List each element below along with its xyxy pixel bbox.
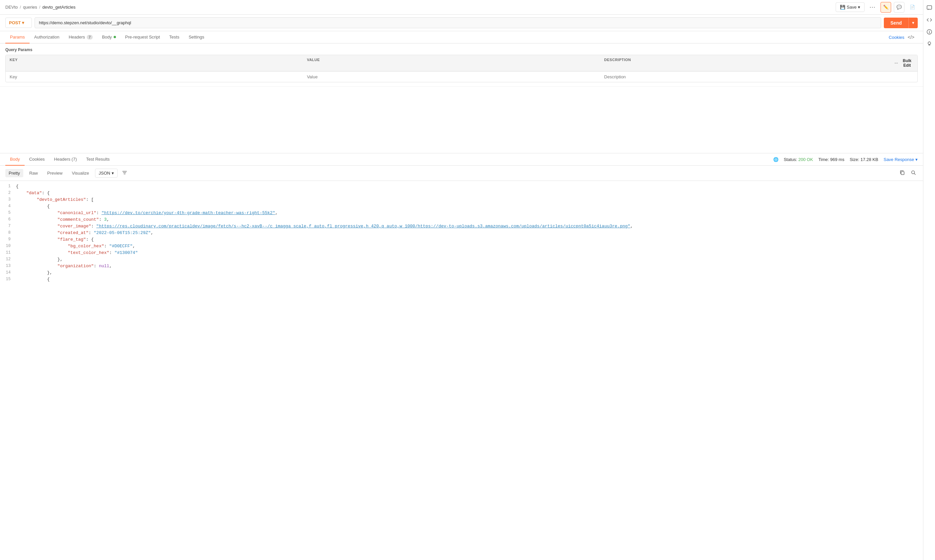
- sidebar-info-icon[interactable]: [924, 26, 935, 37]
- json-line-8: 8 "created_at": "2022-05-06T15:25:29Z",: [0, 230, 923, 237]
- breadcrumb-sep1: /: [20, 5, 21, 10]
- sidebar-code-icon[interactable]: [924, 15, 935, 25]
- comment-icon-button[interactable]: 💬: [894, 2, 904, 12]
- response-tab-cookies[interactable]: Cookies: [25, 153, 49, 166]
- value-input[interactable]: [307, 74, 596, 79]
- svg-rect-2: [927, 6, 932, 9]
- save-button[interactable]: 💾 Save ▾: [836, 2, 864, 12]
- key-column-header: KEY: [6, 55, 303, 71]
- json-line-1: 1 {: [0, 183, 923, 190]
- breadcrumb-current: devto_getArticles: [42, 5, 76, 10]
- headers-badge: 7: [87, 35, 93, 40]
- json-line-14: 14 },: [0, 270, 923, 277]
- desc-cell: [600, 72, 898, 82]
- key-input[interactable]: [10, 74, 299, 79]
- actions-column: ··· Bulk Edit: [898, 55, 917, 71]
- json-line-13: 13 "organization": null,: [0, 263, 923, 270]
- params-empty-row: [6, 71, 917, 82]
- status-label: Status: 200 OK: [784, 157, 813, 162]
- save-icon: 💾: [840, 5, 845, 10]
- params-section: Query Params KEY VALUE DESCRIPTION ··· B…: [0, 43, 923, 87]
- response-tab-test-results[interactable]: Test Results: [82, 153, 114, 166]
- cookies-link[interactable]: Cookies: [889, 32, 904, 43]
- json-line-2: 2 "data": {: [0, 190, 923, 197]
- save-dropdown-icon: ▾: [858, 5, 860, 10]
- json-line-7: 7 "cover_image": "https://res.cloudinary…: [0, 223, 923, 230]
- row-actions: [898, 72, 917, 82]
- json-line-5: 5 "canonical_url": "https://dev.to/cerch…: [0, 210, 923, 217]
- json-line-3: 3 "devto_getArticles": [: [0, 197, 923, 203]
- key-cell: [6, 72, 303, 82]
- copy-icon[interactable]: [898, 168, 906, 178]
- json-line-6: 6 "comments_count": 3,: [0, 217, 923, 223]
- save-label: Save: [847, 5, 856, 10]
- bottom-panel: Body Cookies Headers (7) Test Results 🌐 …: [0, 153, 923, 560]
- more-options-icon[interactable]: ···: [895, 61, 898, 65]
- tab-authorization[interactable]: Authorization: [29, 31, 64, 43]
- view-tab-visualize[interactable]: Visualize: [68, 169, 93, 177]
- method-label: POST: [9, 20, 21, 25]
- tab-headers[interactable]: Headers 7: [64, 31, 97, 43]
- globe-icon[interactable]: 🌐: [773, 157, 779, 162]
- response-tab-bar: Body Cookies Headers (7) Test Results 🌐 …: [0, 153, 923, 166]
- tab-tests[interactable]: Tests: [165, 31, 184, 43]
- sidebar-comment-icon[interactable]: [924, 3, 935, 13]
- sidebar-bulb-icon[interactable]: [924, 38, 935, 49]
- url-input[interactable]: [35, 17, 881, 28]
- response-tab-body[interactable]: Body: [5, 153, 25, 166]
- send-button-group: Send ▾: [884, 18, 918, 28]
- right-sidebar: [923, 0, 935, 560]
- view-tab-raw[interactable]: Raw: [26, 169, 41, 177]
- svg-rect-0: [901, 172, 904, 175]
- view-tab-pretty[interactable]: Pretty: [5, 169, 23, 177]
- time-label: Time: 969 ms: [818, 157, 844, 162]
- save-response-button[interactable]: Save Response ▾: [884, 157, 918, 162]
- response-tab-headers[interactable]: Headers (7): [49, 153, 82, 166]
- send-dropdown-button[interactable]: ▾: [909, 18, 918, 28]
- method-selector[interactable]: POST ▾: [5, 18, 32, 28]
- body-active-dot: [114, 36, 116, 38]
- breadcrumb-part1[interactable]: DEVto: [5, 5, 18, 10]
- breadcrumb-sep2: /: [39, 5, 40, 10]
- format-selector[interactable]: JSON ▾: [95, 169, 117, 178]
- code-button[interactable]: </>: [904, 32, 918, 43]
- send-button[interactable]: Send: [884, 18, 909, 28]
- method-dropdown-icon: ▾: [22, 20, 24, 25]
- empty-request-space: [0, 87, 923, 153]
- json-line-15: 15 {: [0, 277, 923, 283]
- top-bar: DEVto / queries / devto_getArticles 💾 Sa…: [0, 0, 923, 15]
- request-tab-bar: Params Authorization Headers 7 Body Pre-…: [0, 31, 923, 43]
- top-bar-actions: 💾 Save ▾ ··· ✏️ 💬: [836, 2, 904, 12]
- tab-body[interactable]: Body: [97, 31, 120, 43]
- tab-settings[interactable]: Settings: [184, 31, 209, 43]
- value-column-header: VALUE: [303, 55, 600, 71]
- filter-icon[interactable]: [120, 168, 129, 178]
- tab-pre-request[interactable]: Pre-request Script: [120, 31, 165, 43]
- breadcrumb-part2[interactable]: queries: [23, 5, 37, 10]
- json-line-9: 9 "flare_tag": {: [0, 237, 923, 243]
- json-line-10: 10 "bg_color_hex": "#D0ECFF",: [0, 243, 923, 250]
- desc-input[interactable]: [604, 74, 893, 79]
- code-options: Pretty Raw Preview Visualize JSON ▾: [0, 166, 923, 181]
- value-cell: [303, 72, 600, 82]
- breadcrumb: DEVto / queries / devto_getArticles: [5, 5, 836, 10]
- params-table: KEY VALUE DESCRIPTION ··· Bulk Edit: [5, 55, 918, 82]
- search-icon[interactable]: [909, 168, 918, 178]
- params-table-header: KEY VALUE DESCRIPTION ··· Bulk Edit: [6, 55, 917, 71]
- json-line-4: 4 {: [0, 203, 923, 210]
- json-line-11: 11 "text_color_hex": "#130074": [0, 250, 923, 257]
- json-line-12: 12 },: [0, 257, 923, 263]
- json-display: 1 { 2 "data": { 3 "devto_getArticles": […: [0, 181, 923, 560]
- view-tab-preview[interactable]: Preview: [44, 169, 66, 177]
- more-options-button[interactable]: ···: [867, 2, 878, 12]
- tab-params[interactable]: Params: [5, 31, 29, 43]
- response-status: 🌐 Status: 200 OK Time: 969 ms Size: 17.2…: [773, 157, 918, 162]
- params-label: Query Params: [5, 48, 918, 52]
- format-dropdown-icon: ▾: [112, 171, 114, 175]
- bulk-edit-button[interactable]: Bulk Edit: [901, 58, 913, 68]
- edit-icon-button[interactable]: ✏️: [881, 2, 891, 12]
- status-value: 200 OK: [798, 157, 813, 162]
- desc-column-header: DESCRIPTION: [600, 55, 898, 71]
- url-bar: POST ▾ Send ▾: [0, 15, 923, 31]
- document-icon[interactable]: 📄: [907, 2, 918, 12]
